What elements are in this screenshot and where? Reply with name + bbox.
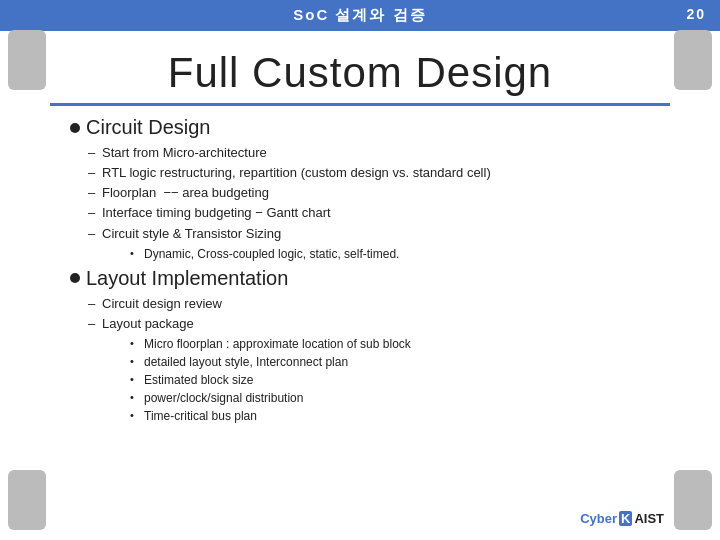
cyberkaist-logo: CyberKAIST: [580, 511, 664, 526]
logo-aist: AIST: [634, 511, 664, 526]
list-item: Layout package Micro floorplan : approxi…: [88, 314, 650, 425]
bullet-circle-2: [70, 273, 80, 283]
layout-dash-list: Circuit design review Layout package Mic…: [70, 294, 650, 425]
title-rule: [50, 103, 670, 106]
section-layout-impl: Layout Implementation: [70, 267, 650, 290]
circuit-dash-list: Start from Micro-architecture RTL logic …: [70, 143, 650, 263]
circuit-sub-bullets: Dynamic, Cross-coupled logic, static, se…: [102, 245, 650, 263]
section-layout-header: Layout Implementation: [86, 267, 288, 290]
logo-cyber: Cyber: [580, 511, 617, 526]
list-item: detailed layout style, Interconnect plan: [130, 353, 650, 371]
corner-decoration-tr: [674, 30, 712, 90]
list-item: Interface timing budgeting − Gantt chart: [88, 203, 650, 223]
list-item: Micro floorplan : approximate location o…: [130, 335, 650, 353]
list-item: Estimated block size: [130, 371, 650, 389]
list-item: Circuit style & Transistor Sizing Dynami…: [88, 224, 650, 263]
main-title: Full Custom Design: [0, 49, 720, 97]
corner-decoration-bl: [8, 470, 46, 530]
section-circuit-header: Circuit Design: [86, 116, 210, 139]
logo-k: K: [619, 511, 632, 526]
corner-decoration-tl: [8, 30, 46, 90]
list-item: Floorplan −− area budgeting: [88, 183, 650, 203]
bullet-circle-1: [70, 123, 80, 133]
list-item: Start from Micro-architecture: [88, 143, 650, 163]
list-item: Time-critical bus plan: [130, 407, 650, 425]
top-bar: SoC 설계와 검증 20: [0, 0, 720, 31]
page-number: 20: [686, 6, 706, 22]
top-bar-title: SoC 설계와 검증: [293, 6, 426, 23]
content-area: Circuit Design Start from Micro-architec…: [0, 116, 720, 425]
list-item: Circuit design review: [88, 294, 650, 314]
layout-sub-bullets: Micro floorplan : approximate location o…: [102, 335, 650, 425]
section-circuit-design: Circuit Design: [70, 116, 650, 139]
list-item: power/clock/signal distribution: [130, 389, 650, 407]
list-item: Dynamic, Cross-coupled logic, static, se…: [130, 245, 650, 263]
list-item: RTL logic restructuring, repartition (cu…: [88, 163, 650, 183]
corner-decoration-br: [674, 470, 712, 530]
